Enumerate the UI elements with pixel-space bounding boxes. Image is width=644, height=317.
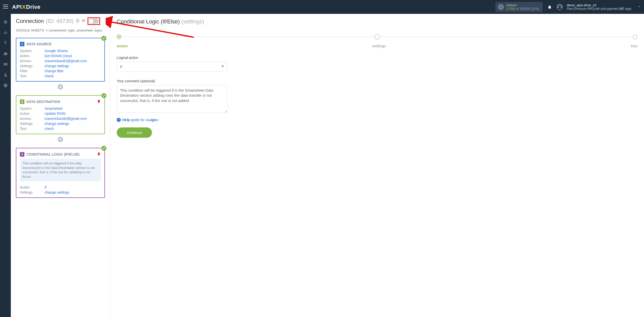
add-step-button[interactable]: + <box>58 84 63 90</box>
side-panel: Connection (ID: 48730) GOOGLE SHEETS -> … <box>11 14 110 317</box>
v-action[interactable]: If <box>45 185 101 189</box>
k-settings: Settings <box>20 190 40 194</box>
plan-days: 257 <box>619 7 624 11</box>
v-access[interactable]: maverickandrii@gmail.com <box>45 117 101 121</box>
check-badge-icon <box>101 146 106 151</box>
v-settings[interactable]: change settings <box>45 190 101 194</box>
actions-label: Actions: <box>506 4 539 7</box>
connection-breadcrumb: GOOGLE SHEETS -> (smartsheet, logic, sma… <box>16 28 105 32</box>
avatar-icon[interactable] <box>557 4 563 10</box>
v-settings[interactable]: change settings <box>45 64 101 68</box>
add-step-button[interactable]: + <box>58 137 63 142</box>
icon-rail: ? <box>0 14 11 317</box>
k-system: System <box>20 49 40 53</box>
comment-label: Your comment (optional) <box>117 79 227 83</box>
k-access: Access <box>20 117 40 121</box>
delete-icon[interactable] <box>97 99 101 104</box>
actions-count: 22'060 <box>506 7 515 11</box>
topbar: APIXDrive i Actions: 22'060 of 100'000 (… <box>0 0 644 14</box>
k-system: System <box>20 107 40 111</box>
check-badge-icon <box>101 93 106 98</box>
v-action[interactable]: Update ROW <box>45 112 101 116</box>
step-label-action[interactable]: Action <box>117 44 128 48</box>
actions-pct: (22%) <box>531 7 539 11</box>
svg-point-4 <box>559 5 561 7</box>
enable-toggle-highlight <box>88 17 100 25</box>
content-panel: Conditional Logic (If/Else) (settings) A… <box>110 14 644 317</box>
svg-rect-0 <box>3 5 8 5</box>
actions-of: of <box>516 7 519 11</box>
help-icon: ? <box>117 118 121 122</box>
user-box[interactable]: demo_apix-drive_s3 Plan |Premium PRO| le… <box>567 3 631 11</box>
comment-textarea[interactable] <box>117 85 227 113</box>
rail-connections-icon[interactable] <box>0 27 11 38</box>
gear-icon[interactable] <box>82 19 86 24</box>
rail-briefcase-icon[interactable] <box>0 49 11 59</box>
logo-x: X <box>22 4 26 10</box>
user-name: demo_apix-drive_s3 <box>567 3 631 7</box>
logo[interactable]: APIXDrive <box>12 4 41 10</box>
logical-action-label: Logical action <box>117 56 227 60</box>
check-badge-icon <box>101 36 106 41</box>
step-label-test[interactable]: Test <box>630 44 637 48</box>
card3-num: 3 <box>20 152 24 157</box>
svg-rect-8 <box>6 33 7 34</box>
k-settings: Settings <box>20 64 40 68</box>
actions-usage-box[interactable]: i Actions: 22'060 of 100'000 (22%) <box>495 2 543 12</box>
v-action[interactable]: Get ROWS (new) <box>45 54 101 58</box>
svg-rect-2 <box>3 8 8 8</box>
help-text-1: Help <box>122 118 130 122</box>
k-test: Test <box>20 74 40 78</box>
doc-icon[interactable] <box>75 19 79 24</box>
card2-title: DATA DESTINATION <box>26 100 60 104</box>
continue-button[interactable]: Continue <box>117 127 152 138</box>
card2-num: 2 <box>20 99 24 104</box>
bell-icon[interactable] <box>547 4 553 10</box>
v-system[interactable]: Google Sheets <box>45 49 101 53</box>
stepper <box>117 34 637 40</box>
v-system[interactable]: Smartsheet <box>45 107 101 111</box>
logo-suffix: Drive <box>26 4 41 10</box>
v-filter[interactable]: change filter <box>45 69 101 73</box>
card3-title: CONDITIONAL LOGIC (IF/ELSE) <box>26 152 79 156</box>
card-conditional-logic[interactable]: 3CONDITIONAL LOGIC (IF/ELSE) This condit… <box>16 148 105 198</box>
rail-home-icon[interactable] <box>0 17 11 27</box>
card1-num: 1 <box>20 42 24 46</box>
delete-icon[interactable] <box>97 152 101 157</box>
page-title: Conditional Logic (If/Else) (settings) <box>117 18 637 25</box>
rail-profile-icon[interactable] <box>0 70 11 80</box>
user-chevron-icon[interactable] <box>637 5 641 9</box>
v-test[interactable]: check <box>45 74 101 78</box>
card-data-destination[interactable]: 2DATA DESTINATION SystemSmartsheet Actio… <box>16 95 105 134</box>
rail-help-icon[interactable]: ? <box>0 80 11 90</box>
v-test[interactable]: check <box>45 127 101 131</box>
page-subtitle: (settings) <box>181 18 204 25</box>
card-data-source[interactable]: 1DATA SOURCE SystemGoogle Sheets ActionG… <box>16 38 105 82</box>
rail-billing-icon[interactable] <box>0 38 11 48</box>
enable-toggle[interactable] <box>89 19 99 24</box>
step-test-dot[interactable] <box>633 34 637 39</box>
k-test: Test <box>20 127 40 131</box>
step-label-settings[interactable]: Settings <box>128 44 631 48</box>
svg-rect-7 <box>5 33 6 34</box>
help-link[interactable]: ? Help guide for «Logic» <box>117 118 637 122</box>
info-icon: i <box>498 4 504 10</box>
card1-title: DATA SOURCE <box>26 42 52 46</box>
svg-rect-5 <box>5 31 6 31</box>
step-settings-dot[interactable] <box>374 34 380 40</box>
logical-action-select[interactable]: If <box>117 62 227 72</box>
svg-point-10 <box>5 73 6 75</box>
rail-video-icon[interactable] <box>0 59 11 69</box>
actions-total: 100'000 <box>519 7 530 11</box>
k-filter: Filter <box>20 69 40 73</box>
v-settings[interactable]: change settings <box>45 122 101 126</box>
svg-rect-1 <box>3 6 8 7</box>
v-access[interactable]: maverickandrii@gmail.com <box>45 59 101 63</box>
step-action-dot[interactable] <box>117 34 121 39</box>
card3-note: This condition will be triggered if the … <box>20 159 101 181</box>
connection-title: Connection <box>16 18 44 24</box>
hamburger-icon[interactable] <box>3 5 8 10</box>
help-bold: Logic <box>147 118 157 122</box>
svg-text:?: ? <box>5 84 6 87</box>
plan-suffix: days <box>625 7 631 11</box>
